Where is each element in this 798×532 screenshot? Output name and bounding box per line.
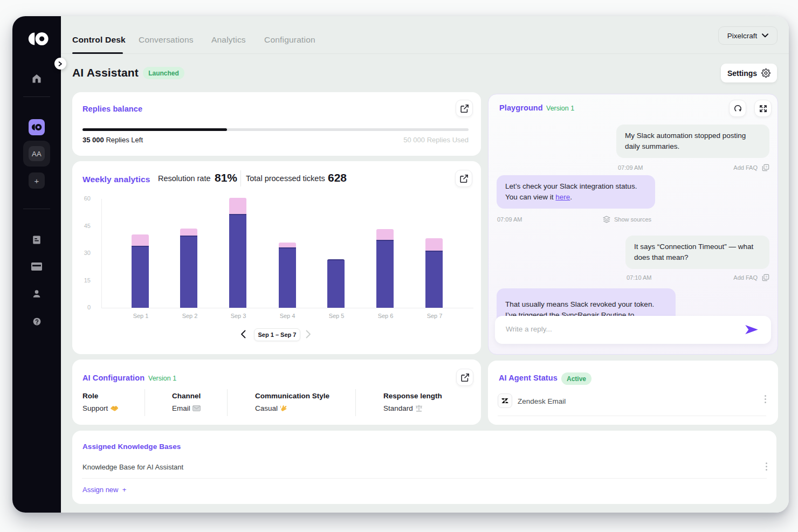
- svg-text:?: ?: [766, 165, 768, 169]
- svg-text:?: ?: [766, 275, 768, 279]
